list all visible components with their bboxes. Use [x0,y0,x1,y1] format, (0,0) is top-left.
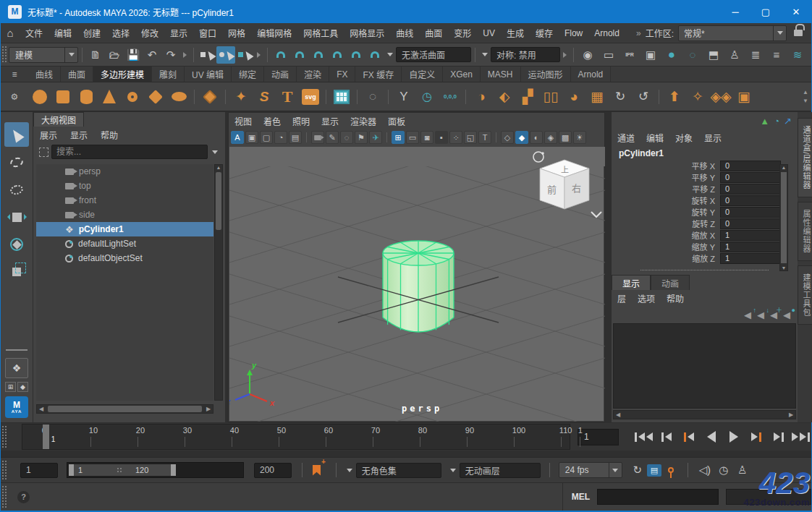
poly-disc-icon[interactable] [168,86,190,108]
channel-row[interactable]: 缩放 X1 [612,229,798,241]
channel-value[interactable]: 1 [720,230,781,241]
cb-menu-channels[interactable]: 通道 [612,132,640,144]
shelf-gear-icon[interactable]: ⚙ [11,92,19,102]
channel-value[interactable]: 1 [720,253,781,264]
reset-time-icon[interactable]: ◷ [416,86,438,108]
anim-layer-caret[interactable] [450,469,456,472]
channel-value[interactable]: 0 [720,195,781,206]
menu-arnold[interactable]: Arnold [588,28,625,38]
anim-prefs-time-icon[interactable]: ◷ [714,461,733,479]
maximize-button[interactable]: ▢ [750,0,781,23]
ipr-render-icon[interactable]: IPR [620,46,639,64]
rotate-tool[interactable] [4,232,29,257]
channel-row[interactable]: 旋转 Y0 [612,206,798,218]
shelf-scroll-up-icon[interactable]: ▲ [803,89,808,95]
vp-snap-magnify-icon[interactable]: ◌ [340,131,353,144]
spreadsheet-icon[interactable] [331,86,352,108]
mel-command-input[interactable] [597,489,719,505]
poly-sphere-icon[interactable] [29,86,51,108]
single-pane-layout-button[interactable]: ❖ [5,358,28,378]
layer-menu-layers[interactable]: 层 [612,292,632,304]
mel-label[interactable]: MEL [563,492,597,502]
outliner-menu-help[interactable]: 帮助 [94,129,124,141]
channel-row[interactable]: 旋转 Z0 [612,218,798,229]
outliner-menu-display[interactable]: 展示 [33,129,64,141]
scroll-up-icon[interactable]: ▲ [780,165,787,170]
new-scene-icon[interactable]: 🗎 [86,46,105,64]
step-back-key-button[interactable] [678,427,699,446]
vp-2d-pan-icon[interactable]: ▤ [289,131,302,144]
scroll-left-icon[interactable]: ◀ [614,411,622,418]
new-layer-from-selected-icon[interactable]: ◀● [783,310,790,320]
attribute-spread-icon[interactable]: ≣ [746,46,765,64]
menu-create[interactable]: 创建 [77,27,106,39]
move-to-origin-icon[interactable]: 0,0,0 [439,86,461,108]
color-management-icon[interactable]: ▲ [760,116,769,127]
snap-grid-icon[interactable] [271,46,290,64]
channel-box-object-name[interactable]: pCylinder1 [612,145,798,160]
menu-surfaces[interactable]: 曲面 [419,27,448,39]
outliner-menu-show[interactable]: 显示 [64,129,94,141]
shelf-tab-animation[interactable]: 动画 [264,67,297,82]
home-icon[interactable]: ⌂ [1,27,20,39]
quad-draw-icon[interactable]: ◈◈ [710,86,732,108]
vp-select-camera-icon[interactable]: A [231,131,244,144]
menu-cache[interactable]: 缓存 [530,27,559,39]
shelf-tab-xgen[interactable]: XGen [443,67,481,82]
vp-bookmark-icon[interactable]: ▢ [260,131,273,144]
menu-edit-mesh[interactable]: 编辑网格 [251,27,297,39]
scroll-right-icon[interactable]: ▶ [787,411,795,418]
new-empty-layer-icon[interactable]: ◀＋ [770,310,777,320]
channel-row[interactable]: 旋转 X0 [612,195,798,206]
viewport-canvas[interactable]: 上 前 右 y x z persp [229,147,604,421]
super-shape-icon[interactable]: ✦ [230,86,252,108]
vp-flag-icon[interactable]: ⚑ [355,131,368,144]
current-frame-marker[interactable] [43,424,49,449]
vp-menu-panels[interactable]: 面板 [382,115,411,127]
vp-gate-mask-icon[interactable]: ▪ [435,131,448,144]
lasso-tool[interactable] [4,150,29,174]
auto-key-icon[interactable] [661,461,680,479]
booleans-icon[interactable]: ◑ [470,86,492,108]
menu-curves[interactable]: 曲线 [390,27,419,39]
vp-isolate-icon[interactable]: ✈ [369,131,382,144]
layer-hscrollbar[interactable]: ◀ ▶ [613,410,796,419]
menu-uv[interactable]: UV [477,28,501,38]
statusline-grip[interactable] [1,46,7,64]
channel-value[interactable]: 1 [720,242,781,252]
svg-tool-icon[interactable]: svg [300,86,321,108]
shelf-tab-mash[interactable]: MASH [481,67,521,82]
helix-icon[interactable]: S [253,86,275,108]
scroll-right-icon[interactable]: ▶ [204,406,213,412]
poly-plane-icon[interactable] [145,86,166,108]
vp-menu-lighting[interactable]: 照明 [287,115,316,127]
redo-icon[interactable]: ↷ [161,46,180,64]
statusbar-grip[interactable] [1,485,7,508]
vp-lock-camera-icon[interactable]: ▣ [245,131,258,144]
panel-splitter[interactable] [640,270,769,270]
rotate-cw-icon[interactable]: ↻ [609,86,631,108]
outliner-tab[interactable]: 大纲视图 [33,112,84,127]
range-drag-grip[interactable] [117,467,122,473]
channel-row[interactable]: 缩放 Z1 [612,252,798,264]
channel-row[interactable]: 平移 Z0 [612,183,798,195]
open-scene-icon[interactable]: 🗁 [105,46,124,64]
bevel-icon[interactable]: ▣ [733,86,755,108]
separate-icon[interactable]: ▞ [517,86,538,108]
vp-menu-view[interactable]: 视图 [229,115,258,127]
vp-safe-action-icon[interactable]: ◱ [464,131,477,144]
channel-value[interactable]: 0 [720,172,781,183]
outliner-search-caret[interactable] [212,150,218,154]
snap-view-plane-icon[interactable] [347,46,365,64]
pose-editor-icon[interactable]: ♙ [725,46,744,64]
step-forward-frame-button[interactable] [768,427,789,446]
channel-row[interactable]: 缩放 Y1 [612,241,798,252]
vp-grease-pencil-icon[interactable]: ✎ [326,131,339,144]
shelf-tab-custom[interactable]: 自定义 [402,67,443,82]
workspace-dropdown[interactable]: 常规* [678,25,787,41]
select-hierarchy-icon[interactable] [198,46,216,64]
pcylinder1-object[interactable] [338,241,499,332]
time-slider[interactable]: 0 10 20 30 40 50 60 70 80 90 100 110 1 1 [22,424,570,450]
minimize-button[interactable]: ─ [720,0,750,23]
vp-camera-attr-icon[interactable] [311,131,324,144]
